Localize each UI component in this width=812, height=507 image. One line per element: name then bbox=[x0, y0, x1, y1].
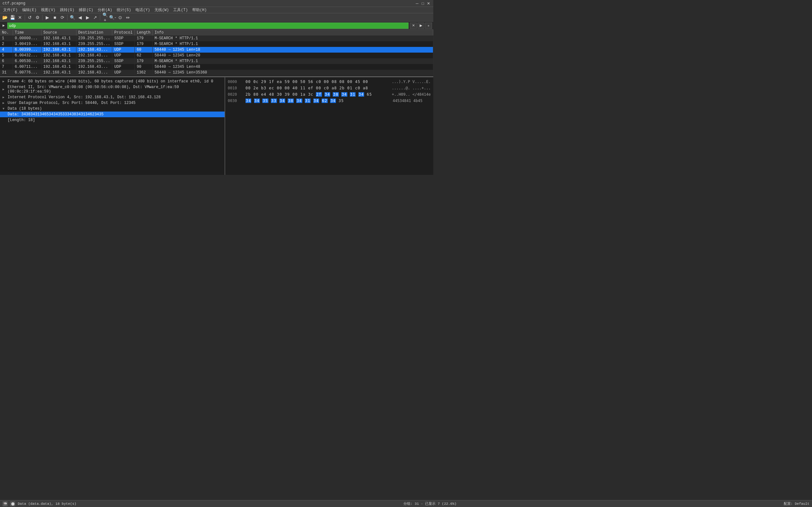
packet-rows: 10.00000...192.168.43.1239.255.255...SSD… bbox=[0, 36, 433, 75]
table-cell: 179 bbox=[135, 41, 152, 47]
reload-button[interactable]: ↺ bbox=[26, 14, 33, 21]
detail-item[interactable]: ▶Internet Protocol Version 4, Src: 192.1… bbox=[0, 95, 224, 100]
menu-item-f[interactable]: 文件(F) bbox=[1, 7, 20, 13]
table-row[interactable]: 23.00419...192.168.43.1239.255.255...SSD… bbox=[0, 41, 433, 47]
menu-item-v[interactable]: 视图(V) bbox=[39, 7, 57, 13]
table-cell: 3.00419... bbox=[13, 41, 41, 47]
table-cell: 192.168.43.1 bbox=[41, 64, 76, 70]
prev-button[interactable]: ◀ bbox=[77, 14, 84, 21]
hex-ascii: 44534841 4b45 bbox=[393, 98, 431, 104]
packet-list[interactable]: No. Time Source Destination Protocol Len… bbox=[0, 30, 433, 77]
table-row[interactable]: 76.00711...192.168.43.1192.168.43...UDP9… bbox=[0, 64, 433, 70]
table-row[interactable]: 316.00776...192.168.43.1192.168.43...UDP… bbox=[0, 70, 433, 75]
hex-offset: 0000 bbox=[228, 79, 241, 84]
filter-input[interactable] bbox=[7, 22, 409, 29]
content-area: No. Time Source Destination Protocol Len… bbox=[0, 30, 433, 234]
window-controls: ─ □ ✕ bbox=[415, 1, 431, 6]
close-button[interactable]: ✕ bbox=[426, 1, 431, 6]
table-row[interactable]: 46.00399...192.168.43.1192.168.43...UDP6… bbox=[0, 47, 433, 53]
maximize-button[interactable]: □ bbox=[420, 1, 425, 6]
menu-item-w[interactable]: 无线(W) bbox=[153, 7, 171, 13]
filterbar: ▶ ✕ ▶ + bbox=[0, 21, 433, 30]
hex-row: 000000 0c 29 1f ea 59 00 50 56 c0 00 08 … bbox=[225, 78, 433, 85]
table-row[interactable]: 10.00000...192.168.43.1239.255.255...SSD… bbox=[0, 36, 433, 41]
find-button[interactable]: 🔍 bbox=[69, 14, 76, 21]
filter-clear-button[interactable]: ✕ bbox=[410, 22, 417, 29]
table-cell: 31 bbox=[0, 70, 13, 75]
detail-item[interactable]: ▶Ethernet II, Src: VMware_c0:00:08 (00:5… bbox=[0, 84, 224, 95]
table-cell: 62 bbox=[135, 53, 152, 58]
table-cell: 90 bbox=[135, 64, 152, 70]
table-cell: 7 bbox=[0, 64, 13, 70]
detail-item[interactable]: ▶User Datagram Protocol, Src Port: 58440… bbox=[0, 100, 224, 106]
go-to-button[interactable]: ↗ bbox=[92, 14, 99, 21]
stop-capture-button[interactable]: ■ bbox=[51, 14, 58, 21]
filter-bookmark-button[interactable]: + bbox=[425, 22, 432, 29]
filter-apply-button[interactable]: ▶ bbox=[417, 22, 424, 29]
detail-item-label: User Datagram Protocol, Src Port: 58440,… bbox=[8, 101, 136, 105]
col-source[interactable]: Source bbox=[41, 30, 76, 36]
detail-item[interactable]: ▶Frame 4: 60 bytes on wire (480 bits), 6… bbox=[0, 78, 224, 84]
separator bbox=[67, 14, 67, 20]
separator bbox=[100, 14, 100, 20]
menu-item-t[interactable]: 工具(T) bbox=[171, 7, 190, 13]
table-cell: 58440 → 12345 Len=48 bbox=[153, 64, 433, 70]
detail-item[interactable]: ▼Data (18 bytes) bbox=[0, 106, 224, 112]
zoom-in-button[interactable]: 🔍+ bbox=[101, 14, 108, 21]
menu-item-g[interactable]: 跳转(G) bbox=[58, 7, 77, 13]
packet-detail[interactable]: ▶Frame 4: 60 bytes on wire (480 bits), 6… bbox=[0, 77, 225, 175]
zoom-normal-button[interactable]: ⊙ bbox=[117, 14, 124, 21]
table-cell: 239.255.255... bbox=[76, 41, 112, 47]
table-cell: 60 bbox=[135, 47, 152, 53]
menu-item-s[interactable]: 统计(S) bbox=[115, 7, 133, 13]
table-cell: 179 bbox=[135, 58, 152, 64]
close-file-button[interactable]: ✕ bbox=[16, 14, 23, 21]
col-protocol[interactable]: Protocol bbox=[112, 30, 135, 36]
col-length[interactable]: Length bbox=[135, 30, 152, 36]
table-cell: 58440 → 12345 Len=20 bbox=[153, 53, 433, 58]
table-cell: 239.255.255... bbox=[76, 36, 112, 41]
table-cell: 192.168.43... bbox=[76, 64, 112, 70]
capture-options-button[interactable]: ⚙ bbox=[34, 14, 41, 21]
col-no[interactable]: No. bbox=[0, 30, 13, 36]
separator bbox=[25, 14, 25, 20]
start-capture-button[interactable]: ▶ bbox=[44, 14, 51, 21]
table-row[interactable]: 66.00530...192.168.43.1239.255.255...SSD… bbox=[0, 58, 433, 64]
detail-sub-item[interactable]: Data: 3438343134653434353334383431346234… bbox=[0, 112, 224, 117]
table-cell: 6.00530... bbox=[13, 58, 41, 64]
detail-sub-item[interactable]: [Length: 18] bbox=[0, 117, 224, 123]
titlebar: ctf.pcapng ─ □ ✕ bbox=[0, 0, 433, 7]
restart-capture-button[interactable]: ⟳ bbox=[59, 14, 66, 21]
table-cell: 192.168.43... bbox=[76, 47, 112, 53]
hex-offset: 0020 bbox=[228, 92, 241, 97]
hex-bytes: 34 34 35 33 34 38 34 31 34 62 34 35 bbox=[246, 98, 388, 104]
detail-item-label: Data (18 bytes) bbox=[8, 107, 42, 111]
minimize-button[interactable]: ─ bbox=[415, 1, 419, 6]
table-cell: 192.168.43.1 bbox=[41, 70, 76, 75]
open-button[interactable]: 📂 bbox=[1, 14, 8, 21]
hex-offset: 0030 bbox=[228, 98, 241, 104]
col-destination[interactable]: Destination bbox=[76, 30, 112, 36]
next-button[interactable]: ▶ bbox=[84, 14, 91, 21]
table-row[interactable]: 56.00432...192.168.43.1192.168.43...UDP6… bbox=[0, 53, 433, 58]
table-cell: 2 bbox=[0, 41, 13, 47]
save-button[interactable]: 💾 bbox=[9, 14, 16, 21]
table-cell: 6.00711... bbox=[13, 64, 41, 70]
zoom-out-button[interactable]: 🔍- bbox=[109, 14, 116, 21]
table-cell: SSDP bbox=[112, 41, 135, 47]
resize-columns-button[interactable]: ⇔ bbox=[124, 14, 131, 21]
hex-ascii: +..H09.. </48414e bbox=[392, 92, 431, 97]
menu-item-h[interactable]: 帮助(H) bbox=[190, 7, 209, 13]
menu-item-e[interactable]: 编辑(E) bbox=[20, 7, 39, 13]
col-info[interactable]: Info bbox=[153, 30, 433, 36]
table-cell: 58440 → 12345 Len=18 bbox=[153, 47, 433, 53]
hex-offset: 0010 bbox=[228, 85, 241, 91]
hex-bytes: 00 2e b3 ec 00 00 40 11 ef 00 c0 a8 2b 0… bbox=[246, 85, 387, 91]
menu-item-y[interactable]: 电话(Y) bbox=[134, 7, 152, 13]
table-cell: UDP bbox=[112, 70, 135, 75]
hex-view[interactable]: 000000 0c 29 1f ea 59 00 50 56 c0 00 08 … bbox=[225, 77, 433, 175]
detail-item-label: Ethernet II, Src: VMware_c0:00:08 (00:50… bbox=[8, 85, 222, 94]
col-time[interactable]: Time bbox=[13, 30, 41, 36]
menu-item-c[interactable]: 捕获(C) bbox=[77, 7, 95, 13]
hex-row: 001000 2e b3 ec 00 00 40 11 ef 00 c0 a8 … bbox=[225, 85, 433, 91]
